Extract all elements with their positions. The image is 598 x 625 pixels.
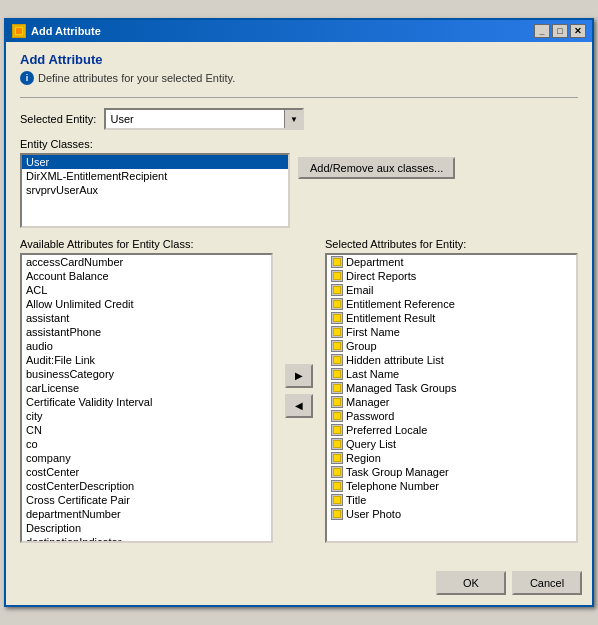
available-attrs-label: Available Attributes for Entity Class: — [20, 238, 273, 250]
list-item[interactable]: co — [22, 437, 271, 451]
move-right-button[interactable]: ▶ — [285, 364, 313, 388]
list-item[interactable]: Entitlement Reference — [327, 297, 576, 311]
attr-icon — [331, 466, 343, 478]
minimize-button[interactable]: _ — [534, 24, 550, 38]
add-remove-aux-button[interactable]: Add/Remove aux classes... — [298, 157, 455, 179]
attr-icon — [331, 494, 343, 506]
attr-icon — [331, 326, 343, 338]
list-item[interactable]: Query List — [327, 437, 576, 451]
main-window: Add Attribute _ □ ✕ Add Attribute i Defi… — [4, 18, 594, 607]
maximize-button[interactable]: □ — [552, 24, 568, 38]
list-item[interactable]: User Photo — [327, 507, 576, 521]
list-item[interactable]: User — [22, 155, 288, 169]
list-item[interactable]: businessCategory — [22, 367, 271, 381]
list-item[interactable]: assistantPhone — [22, 325, 271, 339]
dialog-title: Add Attribute — [20, 52, 578, 67]
list-item[interactable]: Hidden attribute List — [327, 353, 576, 367]
list-item[interactable]: First Name — [327, 325, 576, 339]
move-buttons: ▶ ◀ — [281, 238, 317, 543]
list-item[interactable]: carLicense — [22, 381, 271, 395]
list-item[interactable]: Task Group Manager — [327, 465, 576, 479]
ok-button[interactable]: OK — [436, 571, 506, 595]
svg-rect-1 — [16, 28, 22, 34]
titlebar-controls[interactable]: _ □ ✕ — [534, 24, 586, 38]
titlebar: Add Attribute _ □ ✕ — [6, 20, 592, 42]
list-item[interactable]: Audit:File Link — [22, 353, 271, 367]
dialog-description: i Define attributes for your selected En… — [20, 71, 578, 85]
attr-icon — [331, 508, 343, 520]
attr-icon — [331, 480, 343, 492]
move-left-button[interactable]: ◀ — [285, 394, 313, 418]
list-item[interactable]: Entitlement Result — [327, 311, 576, 325]
dialog-footer: OK Cancel — [6, 565, 592, 605]
attr-icon — [331, 284, 343, 296]
classes-row: User DirXML-EntitlementRecipient srvprvU… — [20, 153, 578, 228]
list-item[interactable]: city — [22, 409, 271, 423]
list-item[interactable]: Managed Task Groups — [327, 381, 576, 395]
cancel-button[interactable]: Cancel — [512, 571, 582, 595]
list-item[interactable]: Cross Certificate Pair — [22, 493, 271, 507]
attr-icon — [331, 298, 343, 310]
list-item[interactable]: Last Name — [327, 367, 576, 381]
list-item[interactable]: Group — [327, 339, 576, 353]
list-item[interactable]: Description — [22, 521, 271, 535]
list-item[interactable]: CN — [22, 423, 271, 437]
list-item[interactable]: Telephone Number — [327, 479, 576, 493]
attr-icon — [331, 368, 343, 380]
list-item[interactable]: Account Balance — [22, 269, 271, 283]
available-attrs-panel: Available Attributes for Entity Class: a… — [20, 238, 273, 543]
attr-icon — [331, 452, 343, 464]
selected-entity-row: Selected Entity: User ▼ — [20, 108, 578, 130]
list-item[interactable]: ACL — [22, 283, 271, 297]
list-item[interactable]: Manager — [327, 395, 576, 409]
entity-dropdown-arrow[interactable]: ▼ — [284, 110, 302, 128]
selected-attrs-panel: Selected Attributes for Entity: Departme… — [325, 238, 578, 543]
selected-entity-select[interactable]: User ▼ — [104, 108, 304, 130]
available-attrs-scroll[interactable]: accessCardNumber Account Balance ACL All… — [22, 255, 271, 541]
selected-attrs-list[interactable]: Department Direct Reports Email Entitlem… — [325, 253, 578, 543]
list-item[interactable]: destinationIndicator — [22, 535, 271, 541]
attr-icon — [331, 424, 343, 436]
attr-icon — [331, 340, 343, 352]
attr-icon — [331, 438, 343, 450]
attr-icon — [331, 354, 343, 366]
entity-classes-list[interactable]: User DirXML-EntitlementRecipient srvprvU… — [20, 153, 290, 228]
separator — [20, 97, 578, 98]
list-item[interactable]: srvprvUserAux — [22, 183, 288, 197]
list-item[interactable]: Direct Reports — [327, 269, 576, 283]
list-item[interactable]: DirXML-EntitlementRecipient — [22, 169, 288, 183]
list-item[interactable]: Email — [327, 283, 576, 297]
selected-entity-label: Selected Entity: — [20, 113, 96, 125]
selected-attrs-scroll[interactable]: Department Direct Reports Email Entitlem… — [327, 255, 576, 541]
info-icon: i — [20, 71, 34, 85]
selected-attrs-label: Selected Attributes for Entity: — [325, 238, 578, 250]
attr-icon — [331, 382, 343, 394]
list-item[interactable]: costCenter — [22, 465, 271, 479]
list-item[interactable]: Preferred Locale — [327, 423, 576, 437]
title-icon — [12, 24, 26, 38]
entity-classes-label: Entity Classes: — [20, 138, 578, 150]
titlebar-left: Add Attribute — [12, 24, 101, 38]
list-item[interactable]: assistant — [22, 311, 271, 325]
list-item[interactable]: Password — [327, 409, 576, 423]
selected-entity-value: User — [106, 113, 284, 125]
list-item[interactable]: Title — [327, 493, 576, 507]
list-item[interactable]: Department — [327, 255, 576, 269]
list-item[interactable]: departmentNumber — [22, 507, 271, 521]
available-attrs-list[interactable]: accessCardNumber Account Balance ACL All… — [20, 253, 273, 543]
attr-icon — [331, 410, 343, 422]
list-item[interactable]: costCenterDescription — [22, 479, 271, 493]
attributes-section: Available Attributes for Entity Class: a… — [20, 238, 578, 543]
attr-icon — [331, 270, 343, 282]
list-item[interactable]: company — [22, 451, 271, 465]
attr-icon — [331, 312, 343, 324]
list-item[interactable]: accessCardNumber — [22, 255, 271, 269]
window-title: Add Attribute — [31, 25, 101, 37]
close-button[interactable]: ✕ — [570, 24, 586, 38]
attr-icon — [331, 256, 343, 268]
list-item[interactable]: Region — [327, 451, 576, 465]
list-item[interactable]: Certificate Validity Interval — [22, 395, 271, 409]
list-item[interactable]: audio — [22, 339, 271, 353]
list-item[interactable]: Allow Unlimited Credit — [22, 297, 271, 311]
attr-icon — [331, 396, 343, 408]
